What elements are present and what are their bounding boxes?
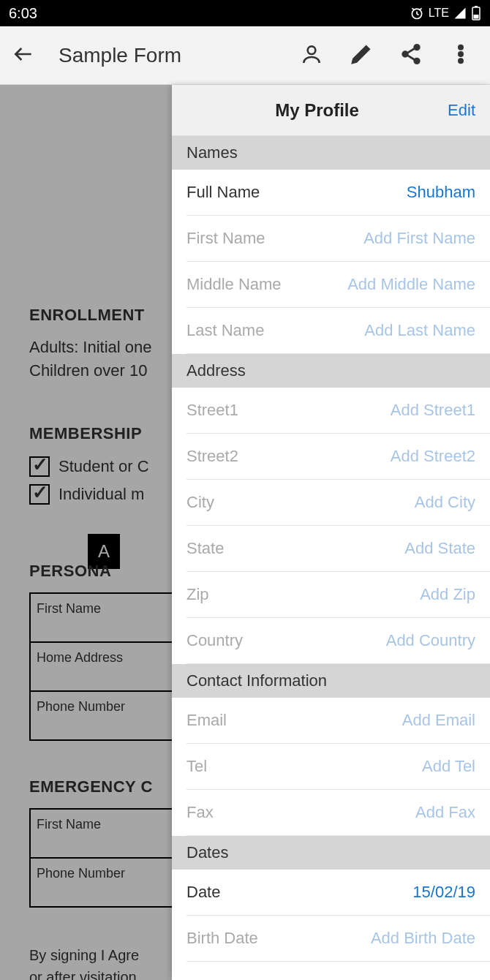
field-label: Last Name xyxy=(186,321,364,340)
section-head-dates: Dates xyxy=(172,836,490,870)
app-actions xyxy=(300,42,472,69)
profile-panel: My Profile Edit NamesFull NameShubhamFir… xyxy=(172,85,490,980)
svg-rect-2 xyxy=(475,6,478,7)
field-label: First Name xyxy=(186,229,363,248)
field-value: Add Tel xyxy=(422,757,475,776)
field-names-2[interactable]: Middle NameAdd Middle Name xyxy=(186,262,490,308)
field-address-0[interactable]: Street1Add Street1 xyxy=(186,388,490,434)
section-head-names: Names xyxy=(172,136,490,170)
svg-point-8 xyxy=(459,45,462,49)
field-label: Street2 xyxy=(186,447,391,466)
field-label: Tel xyxy=(186,757,422,776)
profile-button[interactable] xyxy=(300,42,323,69)
status-network: LTE xyxy=(429,7,449,20)
field-dates-1[interactable]: Birth DateAdd Birth Date xyxy=(186,916,490,962)
svg-point-4 xyxy=(308,46,316,54)
field-value: Add Last Name xyxy=(364,321,475,340)
field-value: Add Email xyxy=(402,711,475,730)
field-value: Add Birth Date xyxy=(371,929,475,948)
field-label: Full Name xyxy=(186,183,407,202)
field-address-5[interactable]: CountryAdd Country xyxy=(186,618,490,664)
share-button[interactable] xyxy=(399,42,423,69)
field-contact-1[interactable]: TelAdd Tel xyxy=(186,744,490,790)
pen-button[interactable] xyxy=(350,42,373,69)
alarm-icon xyxy=(410,6,424,20)
field-value: Add Street1 xyxy=(391,401,475,420)
field-value: 15/02/19 xyxy=(412,883,475,902)
field-contact-0[interactable]: EmailAdd Email xyxy=(186,698,490,744)
svg-point-9 xyxy=(459,52,462,56)
field-value: Shubham xyxy=(407,183,475,202)
field-address-2[interactable]: CityAdd City xyxy=(186,480,490,526)
panel-title: My Profile xyxy=(186,100,448,121)
back-button[interactable] xyxy=(12,42,35,69)
field-dates-0[interactable]: Date15/02/19 xyxy=(186,870,490,916)
signal-icon xyxy=(453,7,467,20)
field-names-1[interactable]: First NameAdd First Name xyxy=(186,216,490,262)
field-value: Add City xyxy=(415,493,475,512)
field-value: Add Middle Name xyxy=(347,275,475,294)
content-area: A ENROLLMENT Adults: Initial one Childre… xyxy=(0,85,490,980)
svg-point-10 xyxy=(459,59,462,62)
section-head-address: Address xyxy=(172,354,490,388)
svg-rect-3 xyxy=(474,15,479,19)
section-head-contact: Contact Information xyxy=(172,664,490,698)
field-address-1[interactable]: Street2Add Street2 xyxy=(186,434,490,480)
app-bar: Sample Form xyxy=(0,26,490,85)
status-right: LTE xyxy=(410,6,481,20)
battery-icon xyxy=(471,6,481,20)
panel-header: My Profile Edit xyxy=(172,85,490,136)
field-value: Add State xyxy=(404,539,475,558)
field-address-4[interactable]: ZipAdd Zip xyxy=(186,572,490,618)
field-label: Fax xyxy=(186,803,415,822)
field-names-3[interactable]: Last NameAdd Last Name xyxy=(186,308,490,354)
field-label: City xyxy=(186,493,415,512)
field-label: Street1 xyxy=(186,401,391,420)
field-label: Middle Name xyxy=(186,275,347,294)
field-value: Add First Name xyxy=(363,229,475,248)
status-time: 6:03 xyxy=(9,5,37,22)
field-address-3[interactable]: StateAdd State xyxy=(186,526,490,572)
field-label: Email xyxy=(186,711,402,730)
field-label: Country xyxy=(186,631,386,650)
field-label: Date xyxy=(186,883,412,902)
field-names-0[interactable]: Full NameShubham xyxy=(186,170,490,216)
edit-button[interactable]: Edit xyxy=(448,101,475,120)
field-label: State xyxy=(186,539,404,558)
status-bar: 6:03 LTE xyxy=(0,0,490,26)
more-button[interactable] xyxy=(449,42,472,69)
app-title: Sample Form xyxy=(59,44,300,67)
field-label: Zip xyxy=(186,585,420,604)
field-label: Birth Date xyxy=(186,929,371,948)
field-contact-2[interactable]: FaxAdd Fax xyxy=(186,790,490,836)
field-value: Add Zip xyxy=(420,585,475,604)
field-value: Add Street2 xyxy=(391,447,475,466)
field-value: Add Country xyxy=(386,631,475,650)
field-value: Add Fax xyxy=(415,803,475,822)
